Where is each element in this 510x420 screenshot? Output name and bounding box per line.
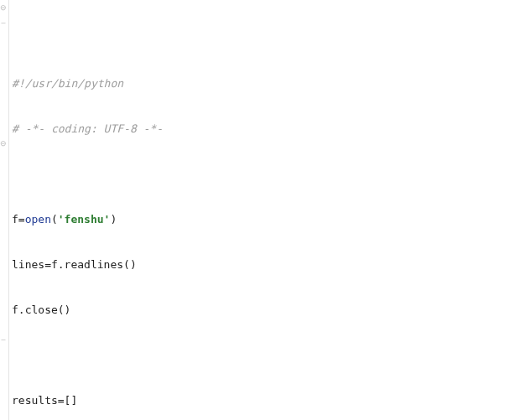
code-text: f.close() (12, 303, 70, 316)
fold-end-icon: – (0, 335, 8, 344)
code-line: results=[] (10, 393, 510, 408)
code-block[interactable]: #!/usr/bin/python # -*- coding: UTF-8 -*… (10, 45, 510, 420)
fold-icon[interactable]: ⊖ (0, 139, 8, 148)
gutter: ⊖ – ⊖ – (0, 0, 9, 420)
code-line: f=open('fenshu') (10, 212, 510, 227)
code-text: results=[] (12, 394, 77, 407)
code-line (10, 167, 510, 182)
punct: ) (110, 213, 117, 226)
code-editor: ⊖ – ⊖ – #!/usr/bin/python # -*- coding: … (0, 0, 510, 420)
comment-text: # -*- coding: UTF-8 -*- (12, 122, 163, 135)
builtin-fn: open (25, 213, 51, 226)
code-line: f.close() (10, 303, 510, 318)
punct: ( (51, 213, 58, 226)
code-text: lines=f.readlines() (12, 258, 137, 271)
comment-text: #!/usr/bin/python (12, 77, 123, 90)
code-line: #!/usr/bin/python (10, 76, 510, 91)
code-line: lines=f.readlines() (10, 257, 510, 272)
string-literal: 'fenshu' (58, 213, 111, 226)
fold-end-icon: – (0, 18, 8, 27)
code-line: # -*- coding: UTF-8 -*- (10, 122, 510, 137)
code-text: f= (12, 213, 25, 226)
fold-icon[interactable]: ⊖ (0, 3, 8, 12)
code-line (10, 348, 510, 363)
